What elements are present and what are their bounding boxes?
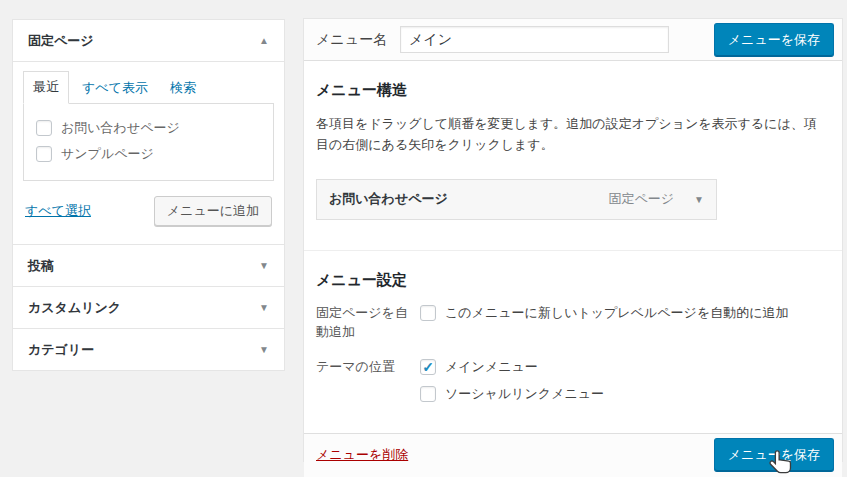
main-menu-location-label: メインメニュー xyxy=(445,358,538,376)
panel-custom-links: カスタムリンク ▼ xyxy=(12,286,285,329)
menu-editor-body: メニュー構造 各項目をドラッグして順番を変更します。追加の設定オプションを表示す… xyxy=(304,61,842,433)
menu-editor: メニュー名 メニューを保存 メニュー構造 各項目をドラッグして順番を変更します。… xyxy=(303,18,843,462)
auto-add-pages-label: 固定ページを自動追加 xyxy=(316,303,408,342)
panel-custom-links-title: カスタムリンク xyxy=(28,299,121,317)
checkmark-icon: ✓ xyxy=(422,360,434,374)
tab-view-all[interactable]: すべて表示 xyxy=(73,73,157,104)
chevron-down-icon: ▼ xyxy=(259,345,269,355)
contact-page-checkbox[interactable]: ✓ xyxy=(36,120,52,136)
panel-posts-header[interactable]: 投稿 ▼ xyxy=(13,245,284,286)
social-links-location-checkbox[interactable]: ✓ xyxy=(420,386,436,402)
panel-custom-links-header[interactable]: カスタムリンク ▼ xyxy=(13,287,284,328)
list-item: ✓ メインメニュー xyxy=(420,358,830,385)
tab-most-recent[interactable]: 最近 xyxy=(23,71,69,104)
menu-item-title: お問い合わせページ xyxy=(329,190,608,208)
add-to-menu-row: すべて選択 メニューに追加 xyxy=(23,196,274,226)
list-item: ✓ お問い合わせページ xyxy=(24,115,273,141)
panel-categories: カテゴリー ▼ xyxy=(12,328,285,371)
chevron-down-icon: ▼ xyxy=(259,261,269,271)
contact-page-label: お問い合わせページ xyxy=(61,119,180,137)
theme-locations-row: テーマの位置 ✓ メインメニュー ✓ ソーシャルリンクメニュー xyxy=(316,357,830,412)
save-menu-button-top[interactable]: メニューを保存 xyxy=(714,23,834,57)
social-links-location-label: ソーシャルリンクメニュー xyxy=(445,385,604,403)
save-menu-button-bottom[interactable]: メニューを保存 xyxy=(714,438,834,472)
chevron-down-icon: ▼ xyxy=(259,303,269,313)
list-item: ✓ ソーシャルリンクメニュー xyxy=(420,385,830,412)
panel-pages: 固定ページ ▲ 最近 すべて表示 検索 ✓ お問い合わせページ ✓ サンプルペー… xyxy=(12,19,285,245)
list-item: ✓ このメニューに新しいトップレベルページを自動的に追加 xyxy=(420,304,830,331)
panel-pages-header[interactable]: 固定ページ ▲ xyxy=(13,20,284,61)
menu-structure-title: メニュー構造 xyxy=(316,81,830,100)
chevron-up-icon: ▲ xyxy=(259,36,269,46)
menu-name-label: メニュー名 xyxy=(316,31,387,49)
panel-posts: 投稿 ▼ xyxy=(12,244,285,287)
menu-name-input[interactable] xyxy=(400,26,669,53)
menu-settings-title: メニュー設定 xyxy=(316,271,830,290)
menu-settings-section: メニュー設定 固定ページを自動追加 ✓ このメニューに新しいトップレベルページを… xyxy=(304,250,842,433)
menu-item-type-label: 固定ページ xyxy=(608,190,674,208)
auto-add-pages-checkbox[interactable]: ✓ xyxy=(420,305,436,321)
auto-add-pages-row: 固定ページを自動追加 ✓ このメニューに新しいトップレベルページを自動的に追加 xyxy=(316,303,830,342)
chevron-down-icon[interactable]: ▼ xyxy=(694,194,704,205)
panel-pages-body: 最近 すべて表示 検索 ✓ お問い合わせページ ✓ サンプルページ すべて選択 … xyxy=(13,61,284,244)
tab-search[interactable]: 検索 xyxy=(161,73,205,104)
drag-instructions: 各項目をドラッグして順番を変更します。追加の設定オプションを表示するには、項目の… xyxy=(316,113,826,156)
menu-items-sidebar: 固定ページ ▲ 最近 すべて表示 検索 ✓ お問い合わせページ ✓ サンプルペー… xyxy=(12,20,285,371)
sample-page-checkbox[interactable]: ✓ xyxy=(36,146,52,162)
panel-posts-title: 投稿 xyxy=(28,257,54,275)
list-item: ✓ サンプルページ xyxy=(24,141,273,167)
add-to-menu-button[interactable]: メニューに追加 xyxy=(154,196,272,226)
menu-item-contact-page[interactable]: お問い合わせページ 固定ページ ▼ xyxy=(316,179,717,220)
sample-page-label: サンプルページ xyxy=(61,145,154,163)
theme-locations-label: テーマの位置 xyxy=(316,357,408,412)
panel-categories-header[interactable]: カテゴリー ▼ xyxy=(13,329,284,370)
select-all-link[interactable]: すべて選択 xyxy=(25,202,91,220)
panel-categories-title: カテゴリー xyxy=(28,341,94,359)
delete-menu-link[interactable]: メニューを削除 xyxy=(316,446,408,464)
pages-checklist: ✓ お問い合わせページ ✓ サンプルページ xyxy=(23,103,274,181)
pages-tabs: 最近 すべて表示 検索 xyxy=(23,71,274,104)
panel-pages-title: 固定ページ xyxy=(28,32,94,50)
menu-editor-header: メニュー名 メニューを保存 xyxy=(304,19,842,61)
main-menu-location-checkbox[interactable]: ✓ xyxy=(420,359,436,375)
auto-add-pages-option-label: このメニューに新しいトップレベルページを自動的に追加 xyxy=(445,304,788,322)
menu-editor-footer: メニューを削除 メニューを保存 xyxy=(304,433,842,477)
